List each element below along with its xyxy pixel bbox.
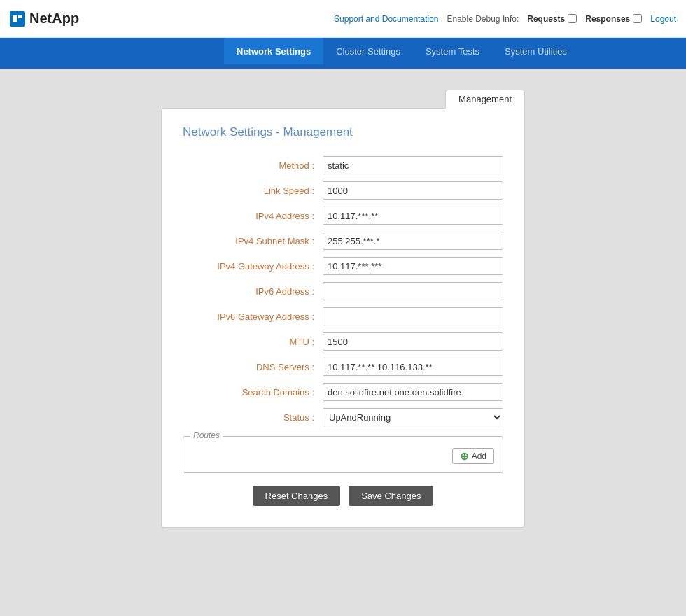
page-content: Management Network Settings - Management… [0, 69, 686, 542]
label-ipv4-address: IPv4 Address : [183, 211, 323, 221]
routes-legend: Routes [190, 430, 223, 440]
input-method[interactable] [323, 156, 503, 174]
card-title: Network Settings - Management [183, 125, 503, 139]
form-row-mtu: MTU : [183, 332, 503, 351]
top-bar: NetApp Support and Documentation Enable … [0, 0, 686, 38]
label-ipv4-subnet: IPv4 Subnet Mask : [183, 236, 323, 246]
form-row-dns: DNS Servers : [183, 358, 503, 376]
input-ipv4-gateway[interactable] [323, 257, 503, 275]
input-ipv4-address[interactable] [323, 206, 503, 225]
add-label: Add [472, 451, 486, 461]
svg-rect-1 [13, 15, 17, 22]
input-link-speed[interactable] [323, 181, 503, 200]
requests-label: Requests [527, 14, 565, 24]
netapp-logo-icon [10, 11, 25, 27]
input-ipv6-address[interactable] [323, 282, 503, 300]
requests-group: Requests [527, 14, 577, 24]
form-row-status: Status : UpAndRunning Down Maintenance [183, 408, 503, 426]
top-right-links: Support and Documentation Enable Debug I… [334, 14, 676, 24]
tab-row: Management [161, 90, 525, 108]
input-search-domains[interactable] [323, 383, 503, 401]
label-method: Method : [183, 160, 323, 171]
form-row-ipv4-subnet: IPv4 Subnet Mask : [183, 232, 503, 250]
settings-card: Network Settings - Management Method : L… [161, 108, 525, 528]
nav-system-tests[interactable]: System Tests [413, 38, 492, 64]
button-row: Reset Changes Save Changes [183, 486, 503, 506]
form-row-search-domains: Search Domains : [183, 383, 503, 401]
debug-label: Enable Debug Info: [447, 14, 519, 24]
nav-network-settings[interactable]: Network Settings [224, 38, 323, 64]
label-search-domains: Search Domains : [183, 387, 323, 398]
logo: NetApp [10, 10, 79, 27]
label-ipv6-gateway: IPv6 Gateway Address : [183, 312, 323, 322]
responses-group: Responses [585, 14, 642, 24]
support-link[interactable]: Support and Documentation [334, 14, 438, 24]
label-dns: DNS Servers : [183, 362, 323, 372]
label-ipv6-address: IPv6 Address : [183, 286, 323, 297]
logo-text: NetApp [29, 10, 79, 27]
nav-cluster-settings[interactable]: Cluster Settings [323, 38, 413, 64]
input-mtu[interactable] [323, 332, 503, 351]
form-row-ipv6-gateway: IPv6 Gateway Address : [183, 307, 503, 326]
svg-rect-0 [10, 11, 25, 27]
select-status[interactable]: UpAndRunning Down Maintenance [323, 408, 503, 426]
logout-link[interactable]: Logout [650, 14, 676, 24]
nav-system-utilities[interactable]: System Utilities [492, 38, 580, 64]
input-dns[interactable] [323, 358, 503, 376]
label-ipv4-gateway: IPv4 Gateway Address : [183, 261, 323, 272]
reset-button[interactable]: Reset Changes [253, 486, 341, 506]
form-row-method: Method : [183, 156, 503, 174]
label-status: Status : [183, 412, 323, 423]
nav-bar: Network Settings Cluster Settings System… [0, 38, 686, 64]
form-row-ipv6-address: IPv6 Address : [183, 282, 503, 300]
tab-management[interactable]: Management [445, 90, 525, 108]
input-ipv6-gateway[interactable] [323, 307, 503, 326]
card-wrapper: Management Network Settings - Management… [161, 90, 525, 528]
responses-checkbox[interactable] [633, 14, 642, 23]
routes-section: Routes ⊕ Add [183, 436, 503, 473]
save-button[interactable]: Save Changes [349, 486, 433, 506]
label-link-speed: Link Speed : [183, 186, 323, 196]
responses-label: Responses [585, 14, 630, 24]
routes-add-row: ⊕ Add [192, 444, 494, 464]
form-row-link-speed: Link Speed : [183, 181, 503, 200]
form-row-ipv4-address: IPv4 Address : [183, 206, 503, 225]
svg-rect-2 [18, 15, 22, 18]
requests-checkbox[interactable] [568, 14, 577, 23]
input-ipv4-subnet[interactable] [323, 232, 503, 250]
plus-icon: ⊕ [460, 451, 469, 461]
add-route-button[interactable]: ⊕ Add [452, 448, 494, 464]
label-mtu: MTU : [183, 337, 323, 347]
form-row-ipv4-gateway: IPv4 Gateway Address : [183, 257, 503, 275]
